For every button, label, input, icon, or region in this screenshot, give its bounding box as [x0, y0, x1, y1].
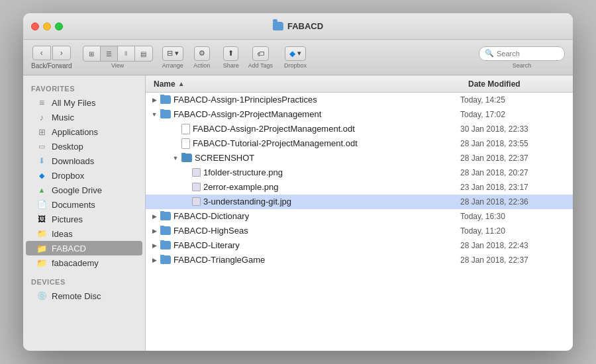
file-row-date: 28 Jan 2018, 22:43 [455, 241, 568, 250]
toggle-icon [151, 213, 158, 220]
table-row[interactable]: FABACD-Assign-2ProjectManagement Today, … [146, 107, 573, 122]
sidebar-item-ideas[interactable]: Ideas [26, 226, 142, 241]
sidebar-item-fabacademy[interactable]: 📁 fabacademy [26, 255, 142, 270]
sidebar-label-dropbox: Dropbox [52, 171, 84, 181]
folder-icon [160, 95, 171, 104]
table-row[interactable]: FABACD-HighSeas Today, 11:20 [146, 224, 573, 238]
action-button[interactable]: ⚙ [194, 46, 210, 61]
sidebar-label-ideas: Ideas [52, 229, 73, 239]
file-row-date: 28 Jan 2018, 23:55 [455, 139, 568, 148]
folder-icon [181, 154, 192, 162]
table-row[interactable]: FABACD-TriangleGame 28 Jan 2018, 22:37 [146, 253, 573, 267]
table-row[interactable]: 2error-example.png 23 Jan 2018, 23:17 [146, 180, 573, 195]
action-label: Action [193, 62, 210, 69]
sidebar-label-fabacademy: fabacademy [52, 258, 99, 268]
sidebar-item-google-drive[interactable]: Google Drive [26, 183, 142, 197]
remote-disc-icon: 💿 [36, 291, 47, 301]
view-section: ⊞ ☰ ⦀ ▤ View [83, 46, 153, 69]
nav-label: Back/Forward [31, 62, 72, 69]
share-button[interactable]: ⬆ [223, 46, 238, 61]
sidebar-item-dropbox[interactable]: Dropbox [26, 168, 142, 183]
column-view-button[interactable]: ⦀ [118, 46, 135, 61]
image-icon [192, 168, 201, 177]
dropbox-icon [36, 170, 47, 181]
table-row[interactable]: 1folder-structure.png 28 Jan 2018, 20:27 [146, 165, 573, 180]
file-row-date: 28 Jan 2018, 20:27 [455, 168, 568, 177]
arrange-section: ⊟ ▾ Arrange [161, 46, 185, 69]
coverflow-view-button[interactable]: ▤ [135, 46, 152, 61]
list-view-button[interactable]: ☰ [101, 46, 118, 61]
table-row[interactable]: FABACD-Assign-1PrinciplesPractices Today… [146, 93, 573, 107]
sidebar-label-all-my-files: All My Files [52, 98, 95, 108]
sidebar-item-music[interactable]: Music [26, 110, 142, 124]
table-row[interactable]: 3-understanding-git.jpg 28 Jan 2018, 22:… [146, 195, 573, 209]
table-row[interactable]: FABACD-Dictionary Today, 16:30 [146, 209, 573, 224]
file-row-date: 28 Jan 2018, 22:37 [455, 255, 568, 265]
sidebar-label-music: Music [52, 113, 74, 122]
sidebar-item-all-my-files[interactable]: All My Files [26, 95, 142, 110]
table-row[interactable]: FABACD-Literary 28 Jan 2018, 22:43 [146, 238, 573, 253]
minimize-button[interactable] [43, 23, 51, 30]
share-section: ⬆ Share [219, 46, 243, 69]
sidebar-item-documents[interactable]: Documents [26, 197, 142, 212]
all-my-files-icon [36, 97, 47, 108]
image-icon [192, 197, 201, 206]
table-row[interactable]: SCREENSHOT 28 Jan 2018, 22:37 [146, 151, 573, 165]
sidebar-label-downloads: Downloads [52, 156, 94, 166]
file-row-name: FABACD-Literary [151, 240, 455, 250]
folder-icon [160, 241, 171, 250]
addtags-button[interactable]: 🏷 [252, 46, 269, 61]
file-row-date: Today, 16:30 [455, 212, 568, 221]
toggle-icon [151, 257, 158, 263]
search-input-wrap[interactable]: 🔍 [479, 46, 565, 61]
close-button[interactable] [31, 23, 39, 30]
search-label: Search [513, 62, 532, 69]
fabacd-icon: 📁 [36, 243, 47, 253]
forward-button[interactable]: › [52, 46, 71, 60]
folder-icon [160, 212, 171, 220]
sidebar-label-documents: Documents [52, 200, 95, 210]
back-button[interactable]: ‹ [32, 46, 51, 60]
sidebar-label-fabacd: FABACD [52, 244, 86, 253]
ideas-icon [36, 228, 47, 239]
sidebar-label-pictures: Pictures [52, 214, 83, 224]
file-row-name: SCREENSHOT [172, 153, 455, 163]
applications-icon [36, 126, 47, 137]
file-row-name: FABACD-Assign-2ProjectManagement.odt [172, 124, 455, 134]
search-input[interactable] [497, 50, 559, 58]
sidebar-label-google-drive: Google Drive [52, 185, 102, 195]
folder-icon [160, 226, 171, 235]
file-row-date: Today, 11:20 [455, 226, 568, 236]
maximize-button[interactable] [55, 23, 63, 30]
table-row[interactable]: FABACD-Assign-2ProjectManagement.odt 30 … [146, 122, 573, 136]
google-drive-icon [36, 185, 47, 195]
file-row-name: FABACD-Assign-1PrinciplesPractices [151, 95, 455, 105]
sidebar-item-fabacd[interactable]: 📁 FABACD [26, 241, 142, 255]
dropbox-button[interactable]: ◆ ▾ [285, 46, 306, 61]
sidebar-item-desktop[interactable]: Desktop [26, 139, 142, 154]
col-date-header[interactable]: Date Modified [460, 79, 573, 89]
sidebar-item-downloads[interactable]: Downloads [26, 154, 142, 168]
toolbar: ‹ › Back/Forward ⊞ ☰ ⦀ ▤ View ⊟ ▾ Arrang… [23, 40, 573, 75]
file-row-name: 1folder-structure.png [183, 167, 455, 177]
document-icon [181, 124, 190, 134]
sidebar-item-applications[interactable]: Applications [26, 124, 142, 139]
file-header: Name ▲ Date Modified [146, 75, 573, 93]
icon-view-button[interactable]: ⊞ [83, 46, 101, 61]
sidebar-item-pictures[interactable]: Pictures [26, 212, 142, 226]
sidebar: Favorites All My Files Music Application… [23, 75, 146, 351]
table-row[interactable]: FABACD-Tutorial-2ProjectManagement.odt 2… [146, 136, 573, 151]
file-row-date: 30 Jan 2018, 22:33 [455, 124, 568, 134]
sidebar-label-desktop: Desktop [52, 142, 83, 152]
traffic-lights [31, 23, 63, 30]
folder-icon [160, 255, 171, 264]
col-name-header[interactable]: Name ▲ [146, 79, 460, 89]
nav-buttons: ‹ › [32, 46, 71, 60]
title-folder-icon [273, 22, 283, 30]
sidebar-item-remote-disc[interactable]: 💿 Remote Disc [26, 289, 142, 303]
share-label: Share [223, 62, 239, 69]
fabacademy-icon: 📁 [36, 257, 47, 268]
addtags-label: Add Tags [248, 62, 273, 69]
arrange-button[interactable]: ⊟ ▾ [162, 46, 183, 61]
file-row-name: FABACD-Tutorial-2ProjectManagement.odt [172, 138, 455, 149]
